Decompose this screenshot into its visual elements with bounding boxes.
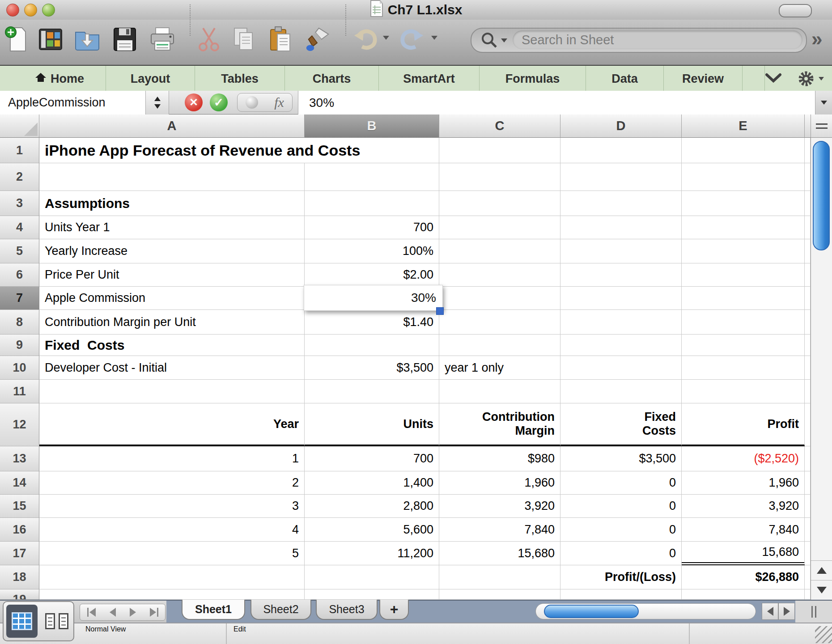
cell-B11[interactable] [305, 380, 439, 403]
row-header-7[interactable]: 7 [0, 287, 39, 310]
column-header-A[interactable]: A [39, 114, 305, 138]
cell-D18[interactable]: Profit/(Loss) [560, 565, 682, 589]
active-cell-editor[interactable]: 30% [304, 285, 443, 311]
toolbar-more-icon[interactable]: » [811, 29, 822, 49]
cell-F15[interactable] [805, 495, 811, 518]
cell-C9[interactable] [439, 335, 560, 356]
row-header-13[interactable]: 13 [0, 446, 39, 471]
cell-A3[interactable]: Assumptions [39, 191, 305, 216]
cell-A1[interactable]: iPhone App Forecast of Revenue and Costs [39, 138, 439, 163]
cell-A15[interactable]: 3 [39, 495, 305, 518]
cell-C14[interactable]: 1,960 [439, 471, 560, 495]
cell-C2[interactable] [439, 163, 560, 191]
cell-D2[interactable] [560, 163, 682, 191]
cut-icon[interactable] [196, 25, 222, 54]
row-header-1[interactable]: 1 [0, 138, 39, 163]
cell-E15[interactable]: 3,920 [682, 495, 805, 518]
cell-F4[interactable] [805, 216, 811, 239]
cell-C19[interactable] [439, 589, 560, 600]
cell-B19[interactable] [305, 589, 439, 600]
cell-B10[interactable]: $3,500 [305, 356, 439, 380]
cell-C1[interactable] [439, 138, 560, 163]
row-header-4[interactable]: 4 [0, 216, 39, 239]
cell-B12[interactable]: Units [305, 403, 439, 446]
cell-D4[interactable] [560, 216, 682, 239]
cell-F9[interactable] [805, 335, 811, 356]
cell-E17[interactable]: 15,680 [682, 542, 805, 565]
horizontal-scrollbar-thumb[interactable] [544, 605, 639, 618]
cell-E7[interactable] [682, 287, 805, 310]
cell-C11[interactable] [439, 380, 560, 403]
format-painter-icon[interactable] [304, 25, 330, 54]
cell-F2[interactable] [805, 163, 811, 191]
cell-E6[interactable] [682, 263, 805, 287]
cell-D9[interactable] [560, 335, 682, 356]
row-header-3[interactable]: 3 [0, 191, 39, 216]
tab-data[interactable]: Data [586, 66, 664, 92]
tab-home[interactable]: Home [13, 66, 106, 92]
next-sheet-icon[interactable] [130, 608, 136, 617]
scroll-up-icon[interactable] [811, 560, 832, 580]
scroll-right-icon[interactable] [778, 603, 795, 620]
cell-B14[interactable]: 1,400 [305, 471, 439, 495]
scroll-down-icon[interactable] [811, 580, 832, 600]
cell-F17[interactable] [805, 542, 811, 565]
tab-charts[interactable]: Charts [285, 66, 379, 92]
cell-E12[interactable]: Profit [682, 403, 805, 446]
cell-D16[interactable]: 0 [560, 518, 682, 542]
row-header-11[interactable]: 11 [0, 380, 39, 403]
normal-view-button[interactable] [6, 605, 38, 638]
cell-E3[interactable] [682, 191, 805, 216]
prev-sheet-icon[interactable] [110, 608, 116, 617]
column-header-B[interactable]: B [305, 114, 439, 138]
cell-E5[interactable] [682, 239, 805, 263]
formula-builder-button[interactable]: fx [237, 93, 293, 112]
row-header-19[interactable]: 19 [0, 589, 39, 600]
cell-B6[interactable]: $2.00 [305, 263, 439, 287]
page-layout-view-button[interactable] [41, 605, 72, 638]
cell-C13[interactable]: $980 [439, 446, 560, 471]
cell-D10[interactable] [560, 356, 682, 380]
horizontal-scrollbar[interactable] [535, 603, 756, 619]
search-box[interactable] [471, 28, 807, 53]
cell-A4[interactable]: Units Year 1 [39, 216, 305, 239]
cell-F10[interactable] [805, 356, 811, 380]
cell-C16[interactable]: 7,840 [439, 518, 560, 542]
cell-F13[interactable] [805, 446, 811, 471]
tab-review[interactable]: Review [664, 66, 743, 92]
paste-icon[interactable] [267, 25, 293, 54]
sheet-tab-sheet3[interactable]: Sheet3 [316, 600, 378, 620]
cell-A13[interactable]: 1 [39, 446, 305, 471]
formula-bar-expand-icon[interactable] [815, 91, 832, 114]
tab-formulas[interactable]: Formulas [480, 66, 586, 92]
tab-smartart[interactable]: SmartArt [379, 66, 480, 92]
cell-A5[interactable]: Yearly Increase [39, 239, 305, 263]
cell-C7[interactable] [439, 287, 560, 310]
toolbar-toggle-button[interactable] [779, 4, 812, 17]
search-input[interactable] [521, 32, 782, 48]
sheet-tab-sheet1[interactable]: Sheet1 [182, 600, 245, 620]
gear-icon[interactable] [797, 70, 824, 88]
cell-D8[interactable] [560, 310, 682, 335]
cell-D19[interactable] [560, 589, 682, 600]
name-box-stepper[interactable] [146, 91, 169, 114]
cell-E19[interactable] [682, 589, 805, 600]
redo-icon[interactable] [399, 25, 425, 54]
cell-D6[interactable] [560, 263, 682, 287]
cell-F16[interactable] [805, 518, 811, 542]
cell-D1[interactable] [560, 138, 682, 163]
cell-B2[interactable] [305, 163, 439, 191]
cell-C10[interactable]: year 1 only [439, 356, 560, 380]
new-document-icon[interactable] [4, 25, 30, 54]
select-all-corner[interactable] [0, 114, 39, 138]
cell-D17[interactable]: 0 [560, 542, 682, 565]
cell-A12[interactable]: Year [39, 403, 305, 446]
save-icon[interactable] [112, 25, 138, 54]
add-sheet-tab[interactable]: + [379, 600, 409, 620]
tab-tables[interactable]: Tables [195, 66, 285, 92]
cell-B5[interactable]: 100% [305, 239, 439, 263]
cell-C6[interactable] [439, 263, 560, 287]
row-header-10[interactable]: 10 [0, 356, 39, 380]
undo-dropdown-icon[interactable] [383, 36, 389, 40]
cell-C15[interactable]: 3,920 [439, 495, 560, 518]
